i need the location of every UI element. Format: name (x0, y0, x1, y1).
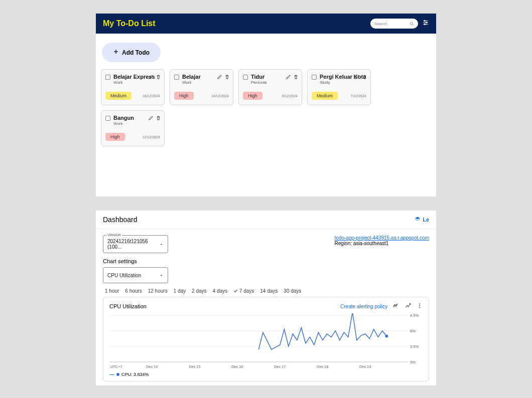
svg-text:Dec 16: Dec 16 (231, 364, 243, 369)
range-tab[interactable]: 1 day (174, 288, 186, 294)
app-title: My To-Do List (103, 19, 156, 28)
version-legend: Version (106, 233, 122, 237)
svg-text:Dec 19: Dec 19 (359, 364, 371, 369)
project-url-link[interactable]: todo-app-project-443915.as.r.appspot.com (335, 235, 429, 241)
svg-point-11 (419, 304, 420, 305)
edit-icon[interactable] (354, 73, 360, 82)
svg-text:4.5%: 4.5% (410, 313, 419, 318)
delete-icon[interactable] (156, 73, 161, 82)
dashboard-title: Dashboard (103, 216, 138, 224)
learn-link[interactable]: Le (415, 216, 429, 223)
svg-text:Dec 17: Dec 17 (274, 364, 286, 369)
svg-point-5 (426, 22, 427, 23)
card-date: 6/12/2024 (282, 94, 298, 98)
svg-text:4%: 4% (410, 329, 416, 333)
more-icon[interactable] (417, 303, 423, 310)
svg-text:3%: 3% (410, 360, 416, 364)
chart-title: CPU Utilization (109, 303, 147, 309)
range-tab[interactable]: 14 days (260, 288, 278, 294)
checkbox[interactable] (105, 75, 110, 80)
svg-point-13 (419, 307, 420, 308)
card-date: 12/12/2024 (143, 135, 160, 139)
card-date: 14/12/2024 (211, 94, 229, 98)
todo-card: TidurPersonalHigh6/12/2024 (238, 69, 302, 105)
range-tab[interactable]: 6 hours (125, 288, 142, 294)
edit-icon[interactable] (217, 73, 222, 82)
svg-text:3.5%: 3.5% (410, 344, 419, 349)
edit-icon[interactable] (286, 73, 291, 82)
svg-point-3 (424, 20, 425, 21)
range-tab[interactable]: 1 hour (105, 288, 119, 294)
time-range-tabs: 1 hour6 hours12 hours1 day2 days4 days 7… (105, 288, 429, 294)
delete-icon[interactable] (156, 114, 161, 123)
svg-text:Dec 15: Dec 15 (189, 364, 200, 369)
todo-card: Belajar ExpressWorkMedium18/12/2024 (101, 69, 165, 105)
chart-legend: CPU: 3.834% (109, 372, 423, 377)
checkbox[interactable] (105, 116, 110, 121)
svg-text:Dec 14: Dec 14 (146, 364, 158, 369)
dashboard-panel: Dashboard Le Version 20241216t121056 (10… (95, 210, 437, 386)
svg-point-12 (419, 305, 420, 306)
card-date: 18/12/2024 (143, 94, 160, 98)
filter-icon[interactable] (422, 19, 429, 28)
add-todo-button[interactable]: Add Todo (102, 43, 161, 62)
chevron-down-icon (159, 271, 164, 280)
plus-icon (113, 49, 119, 56)
grad-cap-icon (415, 216, 421, 223)
chart-type-icon[interactable] (392, 302, 400, 310)
chart-settings-label: Chart settings (103, 258, 429, 264)
explore-icon[interactable] (405, 302, 412, 310)
range-tab[interactable]: 12 hours (148, 288, 168, 294)
chart-card: CPU Utilization Create alerting policy (103, 297, 429, 381)
card-date: 7/12/2024 (351, 94, 366, 98)
svg-point-30 (385, 335, 388, 338)
todo-card: Pergi Keluar KotaStudyMedium7/12/2024 (307, 69, 371, 105)
chart-area: 4.5%4%3.5%3%UTC+7Dec 14Dec 15Dec 16Dec 1… (109, 313, 423, 371)
version-value: 20241216t121056 (100... (107, 239, 159, 250)
range-tab[interactable]: 30 days (284, 288, 301, 294)
svg-point-7 (424, 24, 425, 25)
create-alert-link[interactable]: Create alerting policy (340, 304, 387, 309)
legend-line (109, 374, 114, 375)
priority-badge: High (105, 133, 125, 141)
todo-panel: My To-Do List Add Todo Bel (95, 13, 437, 197)
svg-point-10 (410, 304, 411, 305)
range-tab[interactable]: 7 days (233, 288, 254, 294)
todo-header: My To-Do List (96, 14, 436, 34)
range-tab[interactable]: 4 days (213, 288, 227, 294)
version-select[interactable]: Version 20241216t121056 (100... (103, 235, 168, 253)
range-tab[interactable]: 2 days (192, 288, 206, 294)
priority-badge: High (174, 92, 194, 100)
chevron-down-icon (159, 240, 164, 249)
svg-text:UTC+7: UTC+7 (110, 364, 122, 369)
todo-card: BangunWorkHigh12/12/2024 (101, 110, 165, 146)
todo-card: BelajarWorkHigh14/12/2024 (170, 69, 233, 105)
delete-icon[interactable] (224, 73, 230, 82)
svg-point-0 (410, 22, 413, 25)
legend-text: CPU: 3.834% (121, 372, 149, 377)
add-todo-label: Add Todo (122, 49, 150, 56)
legend-dot (116, 373, 119, 376)
edit-icon[interactable] (148, 114, 154, 123)
priority-badge: Medium (105, 92, 131, 100)
chart-settings-value: CPU Utilization (107, 273, 141, 278)
search-input[interactable] (374, 22, 405, 26)
priority-badge: Medium (312, 92, 338, 100)
region-label: Region: asia-southeast1 (335, 241, 389, 246)
chart-settings-select[interactable]: CPU Utilization (103, 267, 168, 283)
search-icon (410, 19, 414, 28)
checkbox[interactable] (174, 75, 179, 80)
svg-text:Dec 18: Dec 18 (317, 364, 328, 369)
edit-icon[interactable] (148, 73, 154, 82)
delete-icon[interactable] (362, 73, 367, 82)
checkbox[interactable] (312, 75, 317, 80)
search-field[interactable] (370, 19, 418, 29)
checkbox[interactable] (243, 75, 248, 80)
delete-icon[interactable] (293, 73, 299, 82)
priority-badge: High (243, 92, 262, 100)
svg-line-1 (413, 25, 414, 26)
project-info: todo-app-project-443915.as.r.appspot.com… (335, 235, 429, 246)
